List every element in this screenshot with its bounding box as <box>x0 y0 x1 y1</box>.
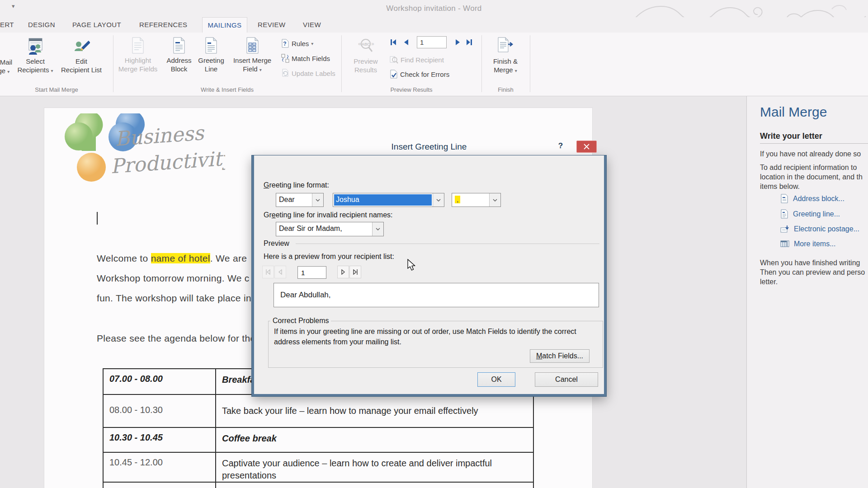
svg-text:Productivity: Productivity <box>110 146 225 178</box>
chevron-down-icon[interactable] <box>489 193 500 206</box>
recipient-name-format-combobox[interactable]: Joshua <box>333 193 444 207</box>
tab-insert[interactable]: ERT <box>0 17 16 33</box>
svg-text:«: « <box>358 41 361 47</box>
update-labels-icon <box>281 69 289 78</box>
address-block-link[interactable]: Address block... <box>780 194 844 203</box>
update-labels-button[interactable]: Update Labels <box>281 68 335 79</box>
svg-text:»: » <box>371 41 374 47</box>
insert-greeting-line-dialog: Insert Greeting Line ? Greeting line for… <box>252 155 606 396</box>
insert-merge-field-icon <box>245 37 259 54</box>
dialog-last-record-button[interactable] <box>349 266 361 278</box>
find-recipient-button[interactable]: Find Recipient <box>390 54 444 65</box>
tab-view[interactable]: VIEW <box>301 17 323 33</box>
greeting-line-link-icon <box>780 209 788 219</box>
greeting-line-button[interactable]: Greeting Line <box>193 35 229 92</box>
match-fields-icon <box>281 54 289 63</box>
group-label-start-mail-merge: Start Mail Merge <box>0 86 113 93</box>
greeting-preview-box: Dear Abdullah, <box>274 283 599 307</box>
previous-record-button[interactable] <box>401 36 411 48</box>
highlight-merge-fields-button[interactable]: Highlight Merge Fields <box>117 35 159 92</box>
find-recipient-icon <box>390 56 398 64</box>
greeting-preview-text: Dear Abdullah, <box>280 291 331 300</box>
agenda-time-cell: 10.45 - 12.00 <box>104 453 216 483</box>
agenda-time-cell: 08.00 - 10.30 <box>104 395 216 428</box>
text-cursor-caret <box>97 212 98 225</box>
address-block-link-icon <box>780 194 788 203</box>
table-row: 08.00 - 10.30 Take back your life – lear… <box>104 395 534 428</box>
preview-results-button[interactable]: «» ABC Preview Results <box>348 35 383 92</box>
rules-button[interactable]: ? Rules▾ <box>281 38 313 49</box>
electronic-postage-link[interactable]: Electronic postage... <box>780 225 859 234</box>
correct-problems-label: Correct Problems <box>270 317 331 325</box>
insert-merge-field-button[interactable]: Insert Merge Field ▾ <box>230 35 275 92</box>
record-number-input[interactable] <box>417 36 447 48</box>
svg-text:ABC: ABC <box>362 42 370 47</box>
invalid-names-combobox[interactable]: Dear Sir or Madam, <box>276 222 384 236</box>
agenda-activity-cell: Take back your life – learn how to manag… <box>216 395 534 428</box>
tab-design[interactable]: DESIGN <box>26 17 57 33</box>
tab-references[interactable]: REFERENCES <box>137 17 189 33</box>
chevron-down-icon[interactable] <box>372 222 383 236</box>
match-fields-dialog-button[interactable]: Match Fields... <box>530 349 590 363</box>
address-block-icon <box>172 37 186 54</box>
close-icon[interactable] <box>576 141 597 153</box>
svg-text:?: ? <box>283 41 286 47</box>
body-paragraph-line: Please see the agenda below for the <box>97 333 255 344</box>
finish-and-merge-button[interactable]: Finish & Merge ▾ <box>487 35 524 92</box>
electronic-postage-link-icon <box>780 225 789 234</box>
highlight-merge-fields-icon <box>131 37 145 54</box>
dialog-record-number-input[interactable] <box>297 266 326 279</box>
group-label-finish: Finish <box>481 86 530 93</box>
preview-group-label: Preview <box>264 239 289 248</box>
last-record-button[interactable] <box>464 36 475 48</box>
first-record-button[interactable] <box>388 36 399 48</box>
highlighted-merge-placeholder: name of hotel <box>151 253 210 263</box>
dialog-previous-record-button[interactable] <box>274 266 286 278</box>
agenda-activity-cell <box>216 483 534 488</box>
chevron-down-icon[interactable] <box>433 193 444 206</box>
table-row <box>104 483 534 488</box>
agenda-activity-cell: Coffee break <box>216 428 534 453</box>
help-icon[interactable]: ? <box>555 141 566 152</box>
tab-mailings[interactable]: MAILINGS <box>202 17 247 33</box>
task-pane-paragraph: If you have not already done so <box>760 149 861 159</box>
dialog-first-record-button[interactable] <box>262 266 274 278</box>
check-for-errors-icon <box>390 70 398 79</box>
dropdown-icon: ▾ <box>311 41 313 46</box>
agenda-activity-cell: Captivate your audience – learn how to c… <box>216 453 534 483</box>
edit-recipient-list-button[interactable]: Edit Recipient List <box>58 35 105 92</box>
dialog-next-record-button[interactable] <box>337 266 349 278</box>
tab-page-layout[interactable]: PAGE LAYOUT <box>71 17 123 33</box>
word-window: ▾ Workshop invitation - Word ERT DESIGN … <box>0 0 868 488</box>
match-fields-button[interactable]: Match Fields <box>281 53 330 64</box>
cancel-button[interactable]: Cancel <box>535 372 598 387</box>
ok-button[interactable]: OK <box>477 372 515 387</box>
body-paragraph-line: Welcome to name of hotel. We are <box>97 253 247 264</box>
edit-recipient-list-icon <box>73 37 90 55</box>
punctuation-combobox[interactable]: , <box>452 193 501 207</box>
select-recipients-button[interactable]: Select Recipients ▾ <box>16 35 55 92</box>
salutation-combobox[interactable]: Dear <box>276 193 324 207</box>
ribbon: Start Mail Merge ▾ Select Recipients ▾ E… <box>0 33 868 96</box>
task-pane-paragraph: location in the document, and th <box>760 172 863 182</box>
correct-problems-text-line1: If items in your greeting line are missi… <box>274 328 576 336</box>
greeting-line-icon <box>204 37 218 54</box>
table-row: 10.30 - 10.45 Coffee break <box>104 428 534 453</box>
address-block-button[interactable]: Address Block <box>161 35 197 92</box>
chevron-down-icon[interactable] <box>312 193 323 206</box>
task-pane-paragraph: items below. <box>760 182 800 191</box>
more-items-link[interactable]: More items... <box>780 240 835 248</box>
select-recipients-icon <box>27 37 44 55</box>
dropdown-icon: ▾ <box>51 68 53 73</box>
table-row: 10.45 - 12.00 Captivate your audience – … <box>104 453 534 483</box>
dropdown-icon: ▾ <box>515 68 517 73</box>
check-for-errors-button[interactable]: Check for Errors <box>390 69 449 80</box>
group-label-preview-results: Preview Results <box>341 86 481 93</box>
greeting-line-link[interactable]: Greeting line... <box>780 209 840 219</box>
title-bar: ▾ Workshop invitation - Word <box>0 0 868 17</box>
next-record-button[interactable] <box>452 36 463 48</box>
preview-results-icon: «» ABC <box>356 37 375 55</box>
tab-review[interactable]: REVIEW <box>256 17 288 33</box>
dropdown-icon: ▾ <box>259 67 262 72</box>
agenda-time-cell: 07.00 - 08.00 <box>104 369 216 395</box>
